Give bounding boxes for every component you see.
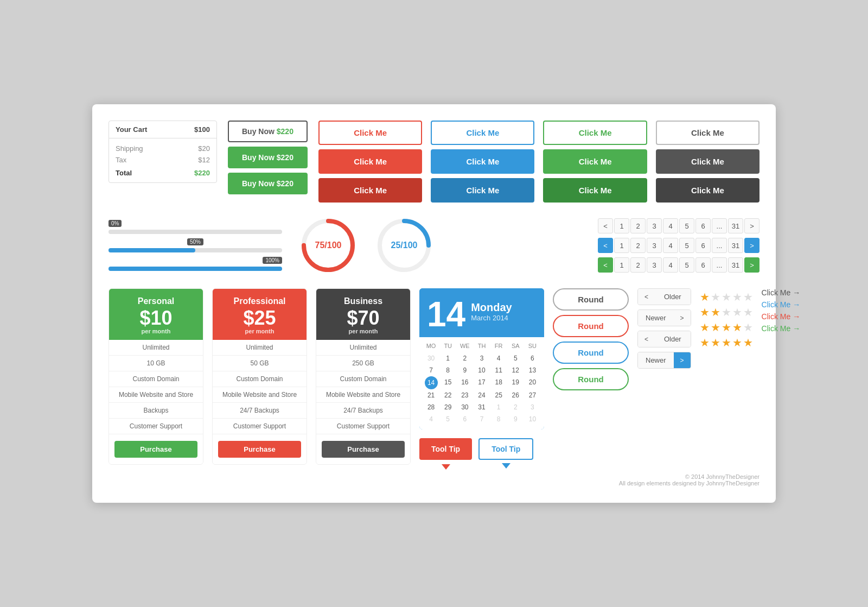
cal-cell[interactable]: 21 [423,389,439,401]
page-3-4[interactable]: 4 [663,257,678,273]
star-filled[interactable]: ★ [743,336,753,349]
star-filled[interactable]: ★ [700,306,710,319]
page-prev-3[interactable]: < [598,257,613,273]
page-1-31[interactable]: 31 [728,218,743,233]
cal-cell[interactable]: 6 [456,413,473,425]
page-next-1[interactable]: > [744,218,760,233]
star-filled[interactable]: ★ [711,306,720,319]
cal-today[interactable]: 14 [425,376,438,389]
star-filled[interactable]: ★ [722,321,731,334]
cal-cell[interactable]: 17 [473,376,490,389]
page-1-2[interactable]: 2 [630,218,646,233]
cal-cell[interactable]: 31 [473,401,490,413]
purchase-personal-button[interactable]: Purchase [114,441,197,458]
text-link-grey[interactable]: Click Me → [762,288,801,297]
cal-cell[interactable]: 5 [507,352,524,364]
click-green-dark[interactable]: Click Me [543,178,647,203]
cal-cell[interactable]: 1 [490,401,507,413]
page-2-1[interactable]: 1 [614,238,629,253]
tooltip-orange-button[interactable]: Tool Tip [419,438,472,460]
click-red-outline[interactable]: Click Me [318,121,422,145]
round-blue-button[interactable]: Round [553,342,629,364]
cal-cell[interactable]: 9 [507,413,524,425]
click-green-solid[interactable]: Click Me [543,149,647,174]
page-1-4[interactable]: 4 [663,218,678,233]
click-blue-dark[interactable]: Click Me [431,178,534,203]
cal-cell[interactable]: 26 [507,389,524,401]
star-empty[interactable]: ★ [711,290,720,303]
text-link-blue[interactable]: Click Me → [762,300,801,309]
page-2-4[interactable]: 4 [663,238,678,253]
star-filled[interactable]: ★ [711,336,720,349]
cal-cell[interactable]: 8 [439,364,456,376]
buy-now-green1-button[interactable]: Buy Now $220 [228,147,308,168]
cal-cell[interactable]: 2 [456,352,473,364]
page-1-5[interactable]: 5 [679,218,694,233]
tooltip-blue-button[interactable]: Tool Tip [478,438,533,460]
page-next-2[interactable]: > [744,238,760,253]
page-3-5[interactable]: 5 [679,257,694,273]
cal-cell[interactable]: 1 [439,352,456,364]
cal-cell[interactable]: 25 [490,389,507,401]
page-next-3[interactable]: > [744,257,760,273]
round-red-button[interactable]: Round [553,315,629,337]
page-3-6[interactable]: 6 [695,257,711,273]
star-filled[interactable]: ★ [722,336,731,349]
pag-prev-2[interactable]: < [638,331,655,347]
star-empty[interactable]: ★ [732,290,742,303]
purchase-business-button[interactable]: Purchase [322,441,405,458]
cal-cell[interactable]: 8 [490,413,507,425]
round-grey-button[interactable]: Round [553,288,629,311]
click-red-solid[interactable]: Click Me [318,149,422,174]
page-2-5[interactable]: 5 [679,238,694,253]
click-grey-outline[interactable]: Click Me [656,121,760,145]
page-1-6[interactable]: 6 [695,218,711,233]
cal-cell[interactable]: 9 [456,364,473,376]
cal-cell[interactable]: 7 [473,413,490,425]
star-empty[interactable]: ★ [722,306,731,319]
star-filled[interactable]: ★ [711,321,720,334]
click-blue-solid[interactable]: Click Me [431,149,534,174]
text-link-green[interactable]: Click Me → [762,324,801,333]
star-filled[interactable]: ★ [732,336,742,349]
cal-cell[interactable]: 27 [524,389,541,401]
cal-cell[interactable]: 30 [456,401,473,413]
buy-now-green2-button[interactable]: Buy Now $220 [228,173,308,194]
cal-cell[interactable]: 24 [473,389,490,401]
star-filled[interactable]: ★ [700,321,710,334]
round-green-button[interactable]: Round [553,368,629,390]
cal-cell[interactable]: 4 [490,352,507,364]
page-1-1[interactable]: 1 [614,218,629,233]
cal-cell[interactable]: 3 [473,352,490,364]
cal-cell[interactable]: 2 [507,401,524,413]
star-empty[interactable]: ★ [743,290,753,303]
page-prev-1[interactable]: < [598,218,613,233]
page-2-6[interactable]: 6 [695,238,711,253]
cal-cell[interactable]: 18 [490,376,507,389]
page-3-2[interactable]: 2 [630,257,646,273]
click-green-outline[interactable]: Click Me [543,121,647,145]
cal-cell[interactable]: 16 [456,376,473,389]
star-filled[interactable]: ★ [732,321,742,334]
buy-now-outline-button[interactable]: Buy Now $220 [228,121,308,142]
click-red-dark[interactable]: Click Me [318,178,422,203]
cal-cell[interactable]: 6 [524,352,541,364]
cal-cell[interactable]: 13 [524,364,541,376]
star-empty[interactable]: ★ [732,306,742,319]
cal-cell[interactable]: 30 [423,352,439,364]
cal-cell[interactable]: 4 [423,413,439,425]
purchase-professional-button[interactable]: Purchase [218,441,301,458]
pag-prev-1[interactable]: < [638,289,655,305]
cal-cell[interactable]: 10 [473,364,490,376]
page-1-3[interactable]: 3 [647,218,662,233]
click-grey-dark[interactable]: Click Me [656,149,760,174]
cal-cell[interactable]: 3 [524,401,541,413]
cal-cell[interactable]: 15 [439,376,456,389]
cal-cell[interactable]: 20 [524,376,541,389]
cal-cell[interactable]: 12 [507,364,524,376]
pag-next-2[interactable]: > [674,352,691,368]
text-link-red[interactable]: Click Me → [762,312,801,321]
page-2-31[interactable]: 31 [728,238,743,253]
star-filled[interactable]: ★ [700,336,710,349]
page-3-1[interactable]: 1 [614,257,629,273]
